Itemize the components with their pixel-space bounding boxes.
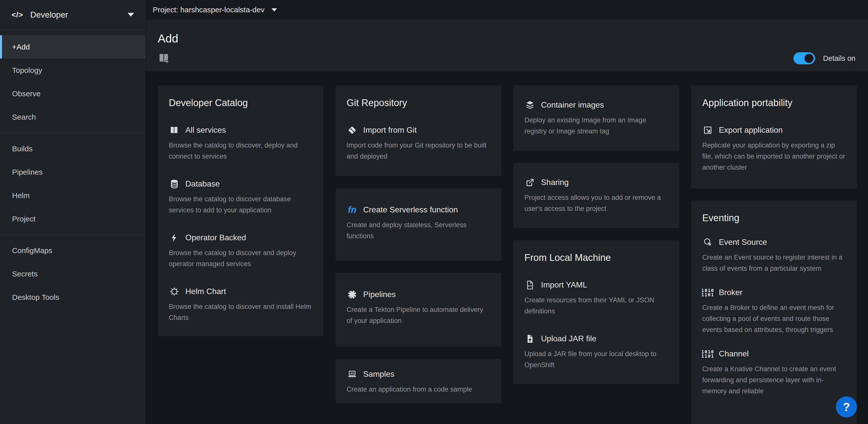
page-header: Add Details on — [146, 20, 868, 72]
add-item-samples[interactable]: Samples Create an application from a cod… — [347, 369, 490, 395]
chevron-down-icon — [272, 8, 277, 11]
card-eventing: Eventing Event Source Create an Event so… — [691, 201, 857, 424]
card-application-portability: Application portability Export applicati… — [691, 85, 857, 189]
add-item-container-images[interactable]: Container images Deploy an existing Imag… — [524, 100, 668, 137]
card-create-serverless-function: fn Create Serverless function Create and… — [336, 188, 501, 261]
sidebar-item-project[interactable]: Project — [0, 207, 146, 230]
add-item-operator-backed[interactable]: Operator Backed Browse the catalog to di… — [169, 232, 312, 270]
item-title: Import from Git — [363, 126, 417, 135]
item-title: Import YAML — [541, 281, 587, 289]
help-button[interactable]: ? — [836, 396, 857, 418]
perspective-label: Developer — [30, 10, 121, 20]
card-title: Application portability — [702, 97, 846, 109]
add-item-event-source[interactable]: Event Source Create an Event source to r… — [702, 237, 846, 274]
masthead: Project: harshcasper-localsta-dev — [146, 0, 868, 20]
card-column-2: Git Repository Import from Git Import co… — [336, 85, 501, 403]
add-item-import-from-git[interactable]: Import from Git Import code from your Gi… — [347, 125, 490, 162]
add-item-import-yaml[interactable]: Import YAML Create resources from their … — [524, 280, 668, 317]
item-title: Sharing — [541, 178, 569, 187]
card-title: Eventing — [702, 213, 846, 224]
export-icon — [702, 125, 713, 136]
page-title: Add — [158, 33, 178, 44]
book-open-icon — [169, 125, 180, 136]
card-from-local-machine: From Local Machine Import YAML Create re… — [514, 240, 679, 384]
add-item-channel[interactable]: 10101101 Channel Create a Knative Channe… — [702, 348, 846, 397]
item-title: Operator Backed — [185, 233, 246, 242]
sidebar-item-secrets[interactable]: Secrets — [0, 262, 146, 285]
sidebar-item-topology[interactable]: Topology — [0, 59, 146, 82]
sidebar-item-observe[interactable]: Observe — [0, 82, 146, 105]
card-sharing: Sharing Project access allows you to add… — [514, 163, 679, 228]
card-column-4: Application portability Export applicati… — [691, 85, 857, 424]
sidebar-item-search[interactable]: Search — [0, 105, 146, 129]
card-pipelines: Pipelines Create a Tekton Pipeline to au… — [336, 273, 501, 347]
card-column-3: Container images Deploy an existing Imag… — [514, 85, 679, 384]
sidebar-item-pipelines[interactable]: Pipelines — [0, 160, 146, 184]
upload-file-icon — [524, 333, 535, 344]
item-description: Replicate your application by exporting … — [702, 140, 846, 173]
item-title: Container images — [541, 101, 604, 109]
question-mark-icon: ? — [843, 400, 850, 414]
channel-binary-icon: 10101101 — [702, 348, 713, 360]
item-description: Browse the catalog to discover database … — [169, 194, 312, 216]
item-title: Create Serverless function — [363, 205, 458, 214]
sidebar-item-add[interactable]: +Add — [0, 35, 146, 59]
code-slash-icon: </> — [11, 10, 23, 19]
item-description: Create an application from a code sample — [347, 384, 490, 395]
nav-group-divider — [0, 133, 146, 133]
item-title: Helm Chart — [185, 287, 226, 296]
yaml-file-icon — [524, 280, 535, 290]
sidebar: </> Developer +Add Topology Observe Sear… — [0, 0, 146, 424]
samples-laptop-icon — [347, 369, 358, 380]
item-description: Create a Broker to define an event mesh … — [702, 302, 846, 335]
add-item-create-serverless-function[interactable]: fn Create Serverless function Create and… — [347, 204, 490, 242]
container-layers-icon — [524, 100, 535, 111]
event-source-icon — [702, 237, 713, 248]
add-item-export-application[interactable]: Export application Replicate your applic… — [702, 125, 846, 173]
card-title: Developer Catalog — [169, 97, 312, 109]
card-title: Git Repository — [347, 97, 490, 109]
add-item-upload-jar-file[interactable]: Upload JAR file Upload a JAR file from y… — [524, 333, 668, 370]
project-selector[interactable]: Project: harshcasper-localsta-dev — [153, 5, 277, 14]
add-item-broker[interactable]: 10101101 Broker Create a Broker to defin… — [702, 287, 846, 335]
card-column-1: Developer Catalog All services Browse th… — [158, 85, 323, 336]
toggle-knob — [804, 54, 813, 63]
item-title: Database — [185, 179, 220, 188]
details-toggle-label: Details on — [823, 54, 856, 63]
item-description: Create a Knative Channel to create an ev… — [702, 363, 846, 397]
item-title: Export application — [719, 126, 783, 135]
add-item-database[interactable]: Database Browse the catalog to discover … — [169, 178, 312, 216]
details-toggle-row: Details on — [794, 52, 856, 64]
add-page-card-grid: Developer Catalog All services Browse th… — [146, 72, 868, 424]
add-item-helm-chart[interactable]: Helm Chart Browse the catalog to discove… — [169, 286, 312, 323]
project-selector-label: Project: harshcasper-localsta-dev — [153, 5, 265, 14]
item-title: All services — [185, 126, 226, 135]
add-item-all-services[interactable]: All services Browse the catalog to disco… — [169, 125, 312, 162]
sidebar-item-builds[interactable]: Builds — [0, 137, 146, 160]
share-icon — [524, 177, 535, 188]
item-title: Upload JAR file — [541, 334, 596, 343]
nav-group-divider — [0, 234, 146, 235]
lightning-bolt-icon — [169, 232, 180, 243]
details-toggle[interactable] — [794, 52, 815, 64]
item-description: Create resources from their YAML or JSON… — [524, 294, 668, 317]
card-samples: Samples Create an application from a cod… — [336, 359, 501, 403]
item-description: Browse the catalog to discover and insta… — [169, 301, 312, 323]
sidebar-item-helm[interactable]: Helm — [0, 184, 146, 207]
add-item-pipelines[interactable]: Pipelines Create a Tekton Pipeline to au… — [347, 289, 490, 326]
item-description: Deploy an existing Image from an Image r… — [524, 115, 668, 137]
book-plus-icon[interactable] — [158, 52, 170, 65]
card-developer-catalog: Developer Catalog All services Browse th… — [158, 85, 323, 336]
item-title: Pipelines — [363, 290, 396, 299]
sidebar-nav: +Add Topology Observe Search Builds Pipe… — [0, 30, 146, 309]
sidebar-item-configmaps[interactable]: ConfigMaps — [0, 239, 146, 262]
item-description: Import code from your Git repository to … — [347, 140, 490, 162]
database-icon — [169, 178, 180, 190]
sidebar-item-desktop-tools[interactable]: Desktop Tools — [0, 285, 146, 309]
perspective-switcher[interactable]: </> Developer — [0, 0, 146, 30]
add-item-sharing[interactable]: Sharing Project access allows you to add… — [524, 177, 668, 214]
card-title: From Local Machine — [524, 252, 668, 263]
git-icon — [347, 125, 358, 136]
card-container-images: Container images Deploy an existing Imag… — [514, 85, 679, 151]
helm-wheel-icon — [169, 286, 180, 297]
